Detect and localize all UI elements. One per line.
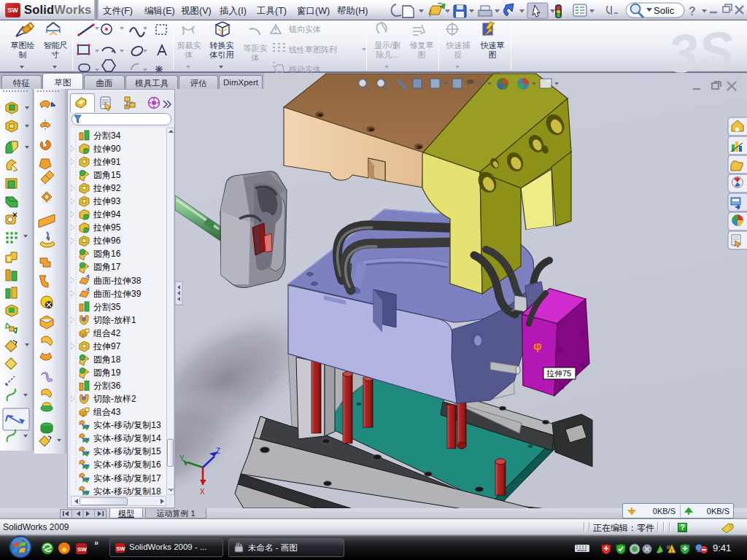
svg-text:实体-移动/复制18: 实体-移动/复制18 [93,486,161,495]
svg-text:分割36: 分割36 [93,381,121,391]
svg-text:圆角17: 圆角17 [93,262,121,272]
svg-text:分割34: 分割34 [93,131,121,141]
svg-text:拉伸92: 拉伸92 [93,183,121,193]
svg-text:SW: SW [77,546,87,553]
svg-text:圆角15: 圆角15 [93,170,121,180]
svg-text:圆角16: 圆角16 [93,249,121,259]
svg-text:实体-移动/复制16: 实体-移动/复制16 [93,459,161,470]
svg-text:拉伸75: 拉伸75 [546,369,571,378]
svg-text:圆角19: 圆角19 [93,368,121,378]
svg-text:Solic: Solic [654,5,675,16]
svg-text:组合42: 组合42 [93,328,121,338]
svg-text:拉伸94: 拉伸94 [93,209,121,219]
svg-text:实体-移动/复制15: 实体-移动/复制15 [93,446,161,456]
svg-text:圆角18: 圆角18 [93,354,121,365]
svg-text:拉伸95: 拉伸95 [93,222,121,233]
svg-text:拉伸97: 拉伸97 [93,341,121,351]
svg-text:切除-放样1: 切除-放样1 [93,315,136,325]
svg-text:拉伸96: 拉伸96 [93,236,121,246]
svg-text:?: ? [689,5,696,18]
svg-text:Z: Z [216,447,220,455]
svg-text:拉伸91: 拉伸91 [93,157,121,167]
svg-text:切除-放样2: 切除-放样2 [93,394,136,404]
svg-text:拉伸90: 拉伸90 [93,144,121,154]
svg-text:实体-移动/复制17: 实体-移动/复制17 [93,473,161,483]
svg-text:实体-移动/复制13: 实体-移动/复制13 [93,420,161,430]
svg-text:3S: 3S [666,20,736,73]
svg-text:X: X [200,488,205,496]
svg-text:曲面-拉伸39: 曲面-拉伸39 [93,289,142,299]
svg-text:Y: Y [179,454,185,462]
svg-text:实体-移动/复制14: 实体-移动/复制14 [93,433,161,443]
svg-text:组合43: 组合43 [93,407,121,417]
svg-text:!: ! [670,548,672,554]
svg-text:分割35: 分割35 [93,302,121,312]
svg-text:SW: SW [116,545,125,552]
svg-text:拉伸93: 拉伸93 [93,196,121,206]
svg-text:曲面-拉伸38: 曲面-拉伸38 [93,276,142,286]
svg-text:φ: φ [533,340,541,352]
